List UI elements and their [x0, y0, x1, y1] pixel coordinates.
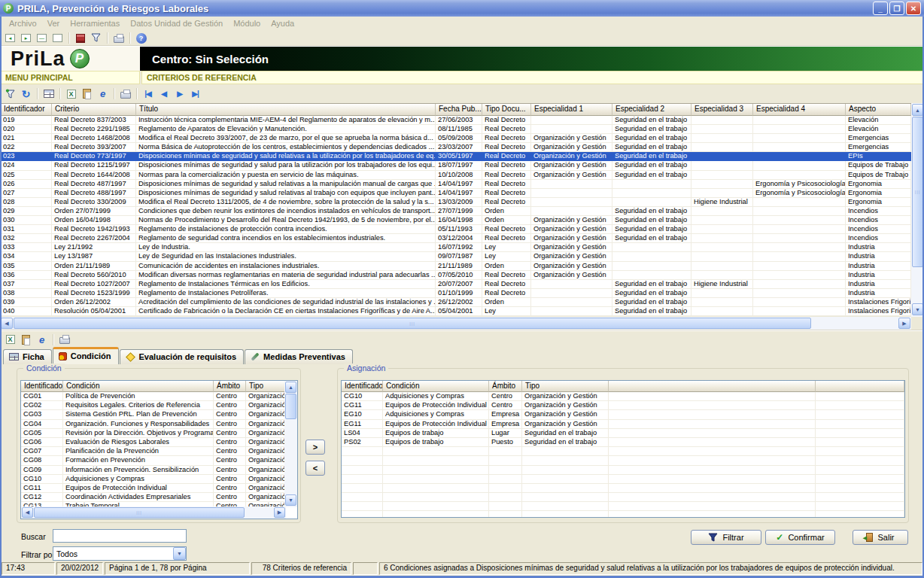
tab-medidas-preventivas[interactable]: Medidas Preventivas: [245, 349, 353, 364]
register-icon[interactable]: [73, 32, 87, 45]
table-row[interactable]: LS04Equipos de trabajoLugarSeguridad en …: [342, 429, 904, 438]
column-header[interactable]: Identificador: [21, 381, 63, 392]
table-row[interactable]: 023Real Decreto 773/1997Disposiciones mí…: [1, 152, 911, 161]
filter-new-icon[interactable]: [3, 87, 17, 101]
table-row[interactable]: 032Real Decreto 2267/2004Reglamento de s…: [1, 234, 911, 243]
horizontal-scrollbar[interactable]: ◀ ||| ▶: [0, 317, 911, 330]
table-row[interactable]: 033Ley 21/1992Ley de Industria.16/07/199…: [1, 243, 911, 252]
nav-last-icon[interactable]: [188, 87, 202, 101]
web-export-icon[interactable]: e: [96, 87, 110, 101]
column-header[interactable]: Ámbito: [214, 381, 246, 392]
table-row[interactable]: 024Real Decreto 1215/1997Disposiciones m…: [1, 161, 911, 170]
table-row[interactable]: CG05Revisión por la Dirección. Objetivos…: [21, 429, 297, 438]
column-header[interactable]: Criterio: [52, 104, 136, 116]
table-row[interactable]: 034Ley 13/1987Ley de Seguridad en las In…: [1, 252, 911, 261]
search-input[interactable]: [53, 529, 187, 543]
table-row[interactable]: [342, 511, 904, 518]
table-row[interactable]: [342, 493, 904, 502]
menu-modulo[interactable]: Módulo: [229, 18, 265, 29]
print-icon[interactable]: [57, 333, 71, 346]
confirm-button[interactable]: Confirmar: [765, 530, 835, 545]
column-header[interactable]: [816, 381, 904, 392]
restore-icon[interactable]: ❐: [889, 2, 904, 15]
excel-export-icon[interactable]: X: [64, 87, 78, 101]
column-header[interactable]: Tipo: [522, 381, 609, 392]
table-row[interactable]: CG09Información en Prevención. Sensibili…: [21, 466, 297, 475]
table-row[interactable]: CG10Adquisiciones y ComprasCentroOrganiz…: [342, 392, 904, 401]
column-header[interactable]: Condición: [383, 381, 489, 392]
scroll-up-icon[interactable]: ▲: [285, 382, 296, 393]
menu-ver[interactable]: Ver: [43, 18, 65, 29]
tab-evaluacion-requisitos[interactable]: Evaluación de requisitos: [120, 349, 245, 364]
table-row[interactable]: 035Orden 21/11/1989Comunicación de accid…: [1, 262, 911, 271]
menu-herramientas[interactable]: Herramientas: [65, 18, 124, 29]
window-pane-icon[interactable]: [50, 32, 65, 45]
scroll-right-icon[interactable]: ▶: [274, 507, 285, 518]
column-header[interactable]: Tipo Docu...: [482, 104, 531, 116]
table-row[interactable]: CG11Equipos de Protección IndividualCent…: [21, 484, 297, 493]
table-row[interactable]: 029Orden 27/07/1999Condiciones que deben…: [1, 207, 911, 216]
column-header[interactable]: Fecha Pub...: [436, 104, 482, 116]
vertical-scrollbar[interactable]: ▲ ▼: [284, 381, 297, 507]
scroll-left-icon[interactable]: ◀: [1, 318, 13, 329]
table-row[interactable]: 027Real Decreto 488/1997Disposiciones mí…: [1, 189, 911, 198]
close-icon[interactable]: ✕: [906, 2, 921, 15]
column-header[interactable]: [609, 381, 816, 392]
paste-icon[interactable]: [19, 333, 33, 346]
chevron-down-icon[interactable]: [173, 547, 186, 560]
column-header[interactable]: Especialidad 2: [612, 104, 691, 116]
scroll-right-icon[interactable]: ▶: [898, 318, 910, 329]
table-row[interactable]: CG08Formación en PrevenciónCentroOrganiz…: [21, 456, 297, 465]
table-row[interactable]: 028Real Decreto 330/2009Modifica el Real…: [1, 198, 911, 207]
column-header[interactable]: Ámbito: [489, 381, 522, 392]
menu-archivo[interactable]: Archivo: [5, 18, 41, 29]
scrollbar-thumb[interactable]: |||: [34, 507, 245, 518]
menu-ayuda[interactable]: Ayuda: [266, 18, 299, 29]
unassign-button[interactable]: <: [305, 461, 325, 476]
table-row[interactable]: EG11Equipos de Protección IndividualEmpr…: [342, 420, 904, 429]
datasheet-icon[interactable]: [41, 87, 56, 101]
paste-icon[interactable]: [80, 87, 94, 101]
nav-first-icon[interactable]: [141, 87, 155, 101]
nav-next-icon[interactable]: [172, 87, 187, 101]
column-header[interactable]: Especialidad 3: [691, 104, 753, 116]
tab-criterios-referencia[interactable]: CRITERIOS DE REFERENCIA: [141, 71, 924, 84]
prev-pane-icon[interactable]: ◂: [3, 32, 17, 45]
table-row[interactable]: EG10Adquisiciones y ComprasEmpresaOrgani…: [342, 410, 904, 419]
table-row[interactable]: CG01Política de PrevenciónCentroOrganiza…: [21, 392, 297, 401]
print-icon[interactable]: [118, 87, 132, 101]
column-header[interactable]: Especialidad 1: [531, 104, 612, 116]
scroll-down-icon[interactable]: ▼: [285, 494, 296, 506]
scroll-left-icon[interactable]: ◀: [22, 507, 33, 518]
column-header[interactable]: Título: [136, 104, 436, 116]
table-row[interactable]: [342, 456, 904, 465]
help-icon[interactable]: ?: [134, 32, 148, 45]
table-row[interactable]: CG06Evaluación de Riesgos LaboralesCentr…: [21, 438, 297, 447]
excel-export-icon[interactable]: X: [3, 333, 17, 346]
column-header[interactable]: Identificador: [342, 381, 383, 392]
filter-button[interactable]: Filtrar: [691, 530, 761, 545]
tab-menu-principal[interactable]: MENU PRINCIPAL: [0, 71, 140, 84]
scroll-down-icon[interactable]: ▼: [912, 303, 923, 315]
table-row[interactable]: 038Real Decreto 1523/1999Reglamento de I…: [1, 289, 911, 298]
table-row[interactable]: CG04Organización. Funciones y Responsabi…: [21, 420, 297, 429]
menu-datos-unidad[interactable]: Datos Unidad de Gestión: [126, 18, 227, 29]
nav-prev-icon[interactable]: [157, 87, 171, 101]
table-row[interactable]: CG11Equipos de Protección IndividualCent…: [342, 401, 904, 410]
column-header[interactable]: Tipo: [246, 381, 286, 392]
table-row[interactable]: [342, 466, 904, 475]
print-icon[interactable]: [111, 32, 126, 45]
table-row[interactable]: 025Real Decreto 1644/2008Normas para la …: [1, 171, 911, 180]
table-row[interactable]: [342, 484, 904, 493]
tab-ficha[interactable]: Ficha: [3, 349, 52, 364]
column-header[interactable]: Identificador: [1, 104, 52, 116]
refresh-icon[interactable]: [19, 87, 33, 101]
table-row[interactable]: CG07Planificación de la PrevenciónCentro…: [21, 447, 297, 456]
table-row[interactable]: 030Orden 16/04/1998Normas de Procedimien…: [1, 216, 911, 225]
column-header[interactable]: Condición: [63, 381, 214, 392]
table-row[interactable]: 026Real Decreto 487/1997Disposiciones mí…: [1, 180, 911, 189]
exit-button[interactable]: Salir: [853, 530, 908, 545]
table-row[interactable]: PS02Equipos de trabajoPuestoSeguridad en…: [342, 438, 904, 447]
column-header[interactable]: Aspecto: [846, 104, 911, 116]
table-row[interactable]: 022Real Decreto 393/2007Norma Básica de …: [1, 143, 911, 152]
